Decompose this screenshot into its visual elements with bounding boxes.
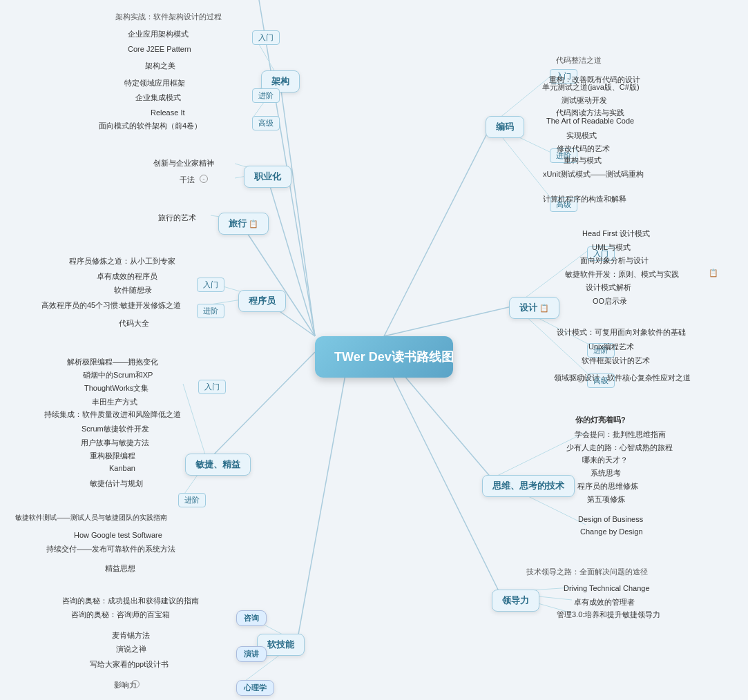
book-corej2ee: Core J2EE Pattern bbox=[128, 44, 191, 54]
mj-rumen-tag: 入门 bbox=[198, 380, 226, 394]
book-yanshuozh: 演说之禅 bbox=[116, 643, 146, 655]
book-nailai: 哪来的天才？ bbox=[582, 454, 628, 466]
book-xuehuitiwen: 学会提问：批判性思维指南 bbox=[575, 429, 666, 440]
book-releaseit: Release It bbox=[151, 108, 185, 117]
svg-line-20 bbox=[492, 432, 586, 478]
book-uml: UML与模式 bbox=[592, 242, 631, 253]
svg-line-9 bbox=[238, 220, 315, 336]
cat-zixun[interactable]: 咨询 bbox=[236, 610, 267, 626]
book-shejimoshi2: 设计模式：可复用面向对象软件的基础 bbox=[557, 327, 686, 338]
book-minjie: 敏捷软件开发：原则、模式与实践 bbox=[565, 269, 679, 280]
svg-line-6 bbox=[207, 352, 315, 461]
book-headfirst: Head First 设计模式 bbox=[582, 228, 650, 240]
book-oo: OO启示录 bbox=[593, 295, 627, 307]
book-qiyejicheng: 企业集成模式 bbox=[135, 92, 181, 104]
book-miangxiangmoshi: 面向模式的软件架构（前4卷） bbox=[99, 120, 202, 132]
book-googletest: How Google test Software bbox=[74, 530, 162, 540]
book-ganfa: 干法 bbox=[180, 174, 195, 186]
book-fengtian: 丰田生产方式 bbox=[92, 396, 137, 408]
book-shixianmoshi: 实现模式 bbox=[566, 130, 597, 142]
book-chuangxin: 创新与企业家精神 bbox=[153, 157, 214, 169]
book-unix: Unix编程艺术 bbox=[588, 341, 634, 353]
book-maijin: 麦肯锡方法 bbox=[112, 630, 150, 641]
cat-lüxing[interactable]: 旅行 bbox=[218, 213, 269, 235]
book-danyuan: 单元测试之道(java版、C#版) bbox=[542, 81, 640, 93]
book-xiugai: 修改代码的艺术 bbox=[557, 143, 610, 155]
book-guji: 敏捷估计与规划 bbox=[90, 478, 143, 489]
book-siwei: 程序员的思维修炼 bbox=[577, 480, 638, 492]
cat-siwei[interactable]: 思维、思考的技术 bbox=[482, 475, 575, 497]
xinlixue-minus: - bbox=[131, 679, 142, 688]
book-shejimoshi: 设计模式解析 bbox=[586, 282, 631, 293]
book-xiulian: 程序员修炼之道：从小工到专家 bbox=[69, 255, 175, 267]
book-lingyu: 领域驱动设计：软件核心复杂性应对之道 bbox=[554, 372, 691, 384]
book-zixun1: 咨询的奥秘：成功提出和获得建议的指南 bbox=[62, 595, 199, 607]
book-jiagouzimei: 架构之美 bbox=[145, 60, 175, 72]
book-dengliang: 你的灯亮着吗? bbox=[575, 414, 626, 426]
jiagou-jinjie-tag: 进阶 bbox=[252, 88, 280, 103]
svg-line-30 bbox=[183, 384, 207, 461]
book-lüxing: 旅行的艺术 bbox=[158, 212, 196, 224]
cat-minjie[interactable]: 敏捷、精益 bbox=[185, 454, 251, 476]
book-diwu: 第五项修炼 bbox=[587, 494, 625, 505]
book-xitong: 系统思考 bbox=[591, 467, 621, 479]
jiagou-title: 架构实战：软件架构设计的过程 bbox=[115, 12, 222, 22]
book-jiexi: 解析极限编程——拥抱变化 bbox=[67, 356, 158, 368]
cat-sheji[interactable]: 设计 bbox=[509, 297, 559, 319]
jiagou-rumen-tag: 入门 bbox=[252, 30, 280, 45]
cat-yanjian[interactable]: 演讲 bbox=[236, 646, 267, 662]
book-artreadable: The Art of Readable Code bbox=[546, 116, 634, 126]
book-miangxiang: 面向对象分析与设计 bbox=[580, 255, 649, 266]
center-node: TWer Dev读书路线图 bbox=[315, 336, 453, 378]
book-scrum2: Scrum敏捷软件开发 bbox=[81, 423, 149, 435]
jiagou-gaoji-tag: 高级 bbox=[252, 116, 280, 130]
book-lingdao-title: 技术领导之路：全面解决问题的途径 bbox=[526, 566, 648, 578]
book-kuangjia: 软件框架设计的艺术 bbox=[582, 355, 650, 367]
book-xunit: xUnit测试模式——测试码重构 bbox=[543, 168, 644, 180]
book-minjie-icon: 📋 bbox=[709, 269, 718, 278]
book-xiegei: 写给大家看的ppt设计书 bbox=[90, 659, 169, 670]
book-daimadaquan: 代码大全 bbox=[119, 318, 149, 329]
book-minjieceshi: 敏捷软件测试——测试人员与敏捷团队的实践指南 bbox=[15, 512, 167, 523]
book-yonghu: 用户故事与敏捷方法 bbox=[81, 437, 149, 449]
cy-jinjie-tag: 进阶 bbox=[197, 304, 224, 318]
cy-rumen-tag: 入门 bbox=[197, 278, 224, 292]
cat-zhiyehua[interactable]: 职业化 bbox=[244, 166, 291, 188]
book-kanban: Kanban bbox=[109, 463, 135, 473]
book-qiyeyingyong: 企业应用架构模式 bbox=[128, 28, 189, 40]
book-zhuoyou: 卓有成效的管理者 bbox=[574, 596, 635, 608]
book-driving: Driving Technical Change bbox=[564, 583, 650, 593]
mj-jinjie-tag: 进阶 bbox=[178, 493, 206, 507]
cat-bianma[interactable]: 编码 bbox=[486, 116, 524, 138]
cat-xinlixue[interactable]: 心理学 bbox=[236, 680, 274, 696]
book-jingyi: 精益思想 bbox=[105, 563, 135, 574]
book-chixujiaofuf: 持续交付——发布可靠软件的系统方法 bbox=[46, 543, 175, 555]
book-designbiz: Design of Business bbox=[578, 514, 643, 524]
svg-line-1 bbox=[384, 124, 492, 336]
svg-line-5 bbox=[297, 375, 345, 642]
book-ceshi: 测试驱动开发 bbox=[562, 95, 607, 106]
book-chixujicheng: 持续集成：软件质量改进和风险降低之道 bbox=[44, 409, 181, 420]
cat-chengxuyuan[interactable]: 程序员 bbox=[238, 290, 286, 312]
ganfa-icon: - bbox=[198, 174, 210, 183]
bianma-title: 代码整洁之道 bbox=[556, 55, 602, 66]
mind-map: TWer Dev读书路线图 架构实战：软件架构设计的过程 架构 入门 企业应用架… bbox=[0, 0, 748, 700]
book-chonggou2: 重构与模式 bbox=[564, 155, 602, 166]
book-tedingling: 特定领域应用框架 bbox=[124, 77, 185, 89]
book-chonggouji: 重构极限编程 bbox=[90, 450, 135, 462]
svg-line-4 bbox=[384, 359, 499, 592]
book-shaoyou: 少有人走的路：心智成熟的旅程 bbox=[566, 442, 673, 454]
book-45gexi: 高效程序员的45个习惯:敏捷开发修炼之道 bbox=[41, 300, 181, 311]
book-guanli30: 管理3.0:培养和提升敏捷领导力 bbox=[557, 609, 660, 621]
book-changebydesign: Change by Design bbox=[580, 527, 643, 536]
book-jisuanji: 计算机程序的构造和解释 bbox=[543, 193, 626, 205]
book-tw: ThoughtWorks文集 bbox=[84, 382, 148, 394]
book-zhuoyouchengxu: 卓有成效的程序员 bbox=[97, 271, 157, 282]
book-ruanjiansuixiang: 软件随想录 bbox=[114, 284, 152, 296]
book-zixun2: 咨询的奥秘：咨询师的百宝箱 bbox=[71, 609, 170, 621]
cat-lingdaoli[interactable]: 领导力 bbox=[492, 590, 539, 612]
svg-line-2 bbox=[384, 306, 515, 336]
book-xiaoyanzh: 硝烟中的Scrum和XP bbox=[83, 369, 153, 381]
